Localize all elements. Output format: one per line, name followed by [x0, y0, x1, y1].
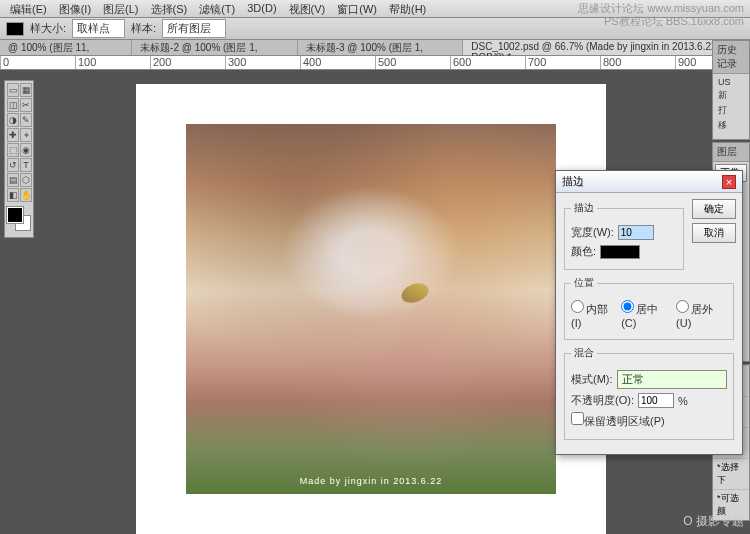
- tool-dodge[interactable]: ↺: [7, 158, 19, 172]
- stroke-color-swatch[interactable]: [600, 245, 640, 259]
- history-item[interactable]: 新: [715, 88, 747, 103]
- menu-image[interactable]: 图像(I): [53, 0, 97, 17]
- sample-size-dropdown[interactable]: 取样点: [72, 19, 125, 38]
- pos-outside[interactable]: 居外(U): [676, 300, 727, 329]
- color-swatches[interactable]: [7, 207, 32, 235]
- cancel-button[interactable]: 取消: [692, 223, 736, 243]
- menu-3d[interactable]: 3D(D): [241, 0, 282, 17]
- image-caption: Made by jingxin in 2013.6.22: [186, 476, 556, 486]
- tool-marquee[interactable]: ▦: [20, 83, 32, 97]
- foreground-color[interactable]: [7, 207, 23, 223]
- canvas[interactable]: Made by jingxin in 2013.6.22: [186, 124, 556, 494]
- footer-watermark: O 摄影专题: [683, 513, 744, 530]
- doc-tab-1[interactable]: @ 100% (图层 11, RGB/8) *: [0, 40, 132, 55]
- close-icon[interactable]: ×: [722, 175, 736, 189]
- watermark: 思缘设计论坛 www.missyuan.com PS教程论坛 BBS.16xx8…: [578, 2, 744, 28]
- tool-eyedropper[interactable]: ◑: [7, 113, 19, 127]
- ruler-horizontal: 0100200300400500600700800900: [0, 56, 750, 70]
- tool-lasso[interactable]: ◫: [7, 98, 19, 112]
- opacity-unit: %: [678, 395, 688, 407]
- tool-gradient[interactable]: ⬚: [7, 143, 19, 157]
- width-label: 宽度(W):: [571, 225, 614, 240]
- dialog-title-text: 描边: [562, 174, 584, 189]
- sample-label: 样本:: [131, 21, 156, 36]
- opacity-label: 不透明度(O):: [571, 393, 634, 408]
- tool-hand[interactable]: ◧: [7, 188, 19, 202]
- pos-inside[interactable]: 内部(I): [571, 300, 617, 329]
- dialog-titlebar[interactable]: 描边 ×: [556, 171, 742, 193]
- opacity-input[interactable]: [638, 393, 674, 408]
- tool-zoom[interactable]: ✋: [20, 188, 32, 202]
- mode-label: 模式(M):: [571, 372, 613, 387]
- tool-stamp[interactable]: ⌖: [20, 128, 32, 142]
- layers-tab[interactable]: 图层: [713, 143, 749, 162]
- sample-swatch[interactable]: [6, 22, 24, 36]
- position-group-label: 位置: [571, 276, 597, 290]
- bee-subject: [399, 280, 431, 306]
- tool-brush[interactable]: ✎: [20, 113, 32, 127]
- tool-blur[interactable]: ◉: [20, 143, 32, 157]
- history-tab[interactable]: 历史记录: [713, 41, 749, 74]
- blend-group: 混合 模式(M): 正常 不透明度(O): % 保留透明区域(P): [564, 346, 734, 440]
- width-input[interactable]: [618, 225, 654, 240]
- doc-tab-4[interactable]: DSC_1002.psd @ 66.7% (Made by jingxin in…: [463, 40, 750, 55]
- tool-type[interactable]: T: [20, 158, 32, 172]
- tool-heal[interactable]: ✚: [7, 128, 19, 142]
- history-item[interactable]: US: [715, 76, 747, 88]
- tool-shape[interactable]: ⬡: [20, 173, 32, 187]
- stroke-dialog: 描边 × 确定 取消 描边 宽度(W): 颜色: 位置 内部(I) 居中(C) …: [555, 170, 743, 455]
- stroke-group-label: 描边: [571, 201, 597, 215]
- canvas-container: Made by jingxin in 2013.6.22: [136, 84, 606, 534]
- menu-help[interactable]: 帮助(H): [383, 0, 432, 17]
- history-item[interactable]: 移: [715, 118, 747, 133]
- history-item[interactable]: 打: [715, 103, 747, 118]
- tool-move[interactable]: ▭: [7, 83, 19, 97]
- document-tabs: @ 100% (图层 11, RGB/8) * 未标题-2 @ 100% (图层…: [0, 40, 750, 56]
- menu-select[interactable]: 选择(S): [145, 0, 194, 17]
- menu-layer[interactable]: 图层(L): [97, 0, 144, 17]
- sample-source-dropdown[interactable]: 所有图层: [162, 19, 226, 38]
- toolbox: ▭ ▦ ◫ ✂ ◑ ✎ ✚ ⌖ ⬚ ◉ ↺ T ▤ ⬡ ◧ ✋: [4, 80, 34, 238]
- position-group: 位置 内部(I) 居中(C) 居外(U): [564, 276, 734, 340]
- history-panel: 历史记录 US 新 打 移: [712, 40, 750, 140]
- pos-center[interactable]: 居中(C): [621, 300, 672, 329]
- ok-button[interactable]: 确定: [692, 199, 736, 219]
- stroke-group: 描边 宽度(W): 颜色:: [564, 201, 684, 270]
- tool-path[interactable]: ▤: [7, 173, 19, 187]
- menu-window[interactable]: 窗口(W): [331, 0, 383, 17]
- mode-dropdown[interactable]: 正常: [617, 370, 727, 389]
- sample-size-label: 样大小:: [30, 21, 66, 36]
- preserve-transparency[interactable]: 保留透明区域(P): [571, 412, 665, 429]
- menu-filter[interactable]: 滤镜(T): [193, 0, 241, 17]
- menu-edit[interactable]: 编辑(E): [4, 0, 53, 17]
- blend-group-label: 混合: [571, 346, 597, 360]
- tool-crop[interactable]: ✂: [20, 98, 32, 112]
- doc-tab-2[interactable]: 未标题-2 @ 100% (图层 1, RGB/8) *: [132, 40, 298, 55]
- menu-view[interactable]: 视图(V): [283, 0, 332, 17]
- doc-tab-3[interactable]: 未标题-3 @ 100% (图层 1, RGB/8) *: [298, 40, 464, 55]
- action-item[interactable]: *选择下: [713, 458, 749, 489]
- color-label: 颜色:: [571, 244, 596, 259]
